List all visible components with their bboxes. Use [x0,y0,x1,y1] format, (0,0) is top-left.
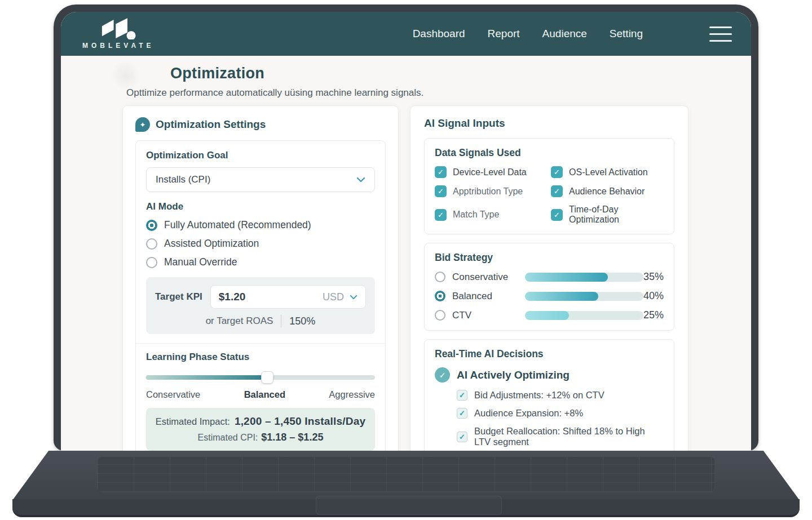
checkbox-icon: ✓ [457,408,467,419]
nav-item-dashboard[interactable]: Dashboard [413,28,465,40]
checkbox-icon: ✓ [551,209,563,221]
chevron-down-icon [356,177,365,183]
nav-item-setting[interactable]: Setting [610,28,643,40]
data-signals-box: Data Signals Used ✓ Device-Level Data ✓ … [424,138,674,234]
checkbox-icon: ✓ [551,166,563,178]
ai-status-text: AI Actively Optimizing [457,369,570,381]
target-kpi-value: $1.20 [219,291,317,303]
check-circle-icon: ✓ [435,367,450,383]
radio-manual-override[interactable]: Manual Override [146,256,375,268]
page-title: Optimization [170,65,751,82]
bid-option-conservative[interactable]: Conservative 35% [435,271,664,283]
checkbox-device-level-data[interactable]: ✓ Device-Level Data [435,166,545,178]
target-kpi-label: Target KPI [155,291,202,303]
bid-percent: 25% [643,309,664,321]
radio-icon [146,257,157,268]
checkbox-icon: ✓ [457,390,467,401]
bid-strategy-title: Bid Strategy [435,252,664,264]
nav-item-report[interactable]: Report [488,28,520,40]
navbar: MOBLEVATE Dashboard Report Audience Sett… [61,12,751,56]
radio-icon [435,272,445,282]
impact-value: 1,200 – 1,450 Installs/Day [235,415,365,427]
brand-name: MOBLEVATE [82,42,155,50]
laptop-screen-bezel: MOBLEVATE Dashboard Report Audience Sett… [54,5,758,451]
laptop-keyboard [97,456,715,492]
settings-inner-box: Optimization Goal Installs (CPI) AI Mode… [135,140,386,451]
bid-percent: 40% [643,290,664,302]
checkbox-icon: ✓ [551,185,563,197]
roas-value: 150% [289,315,315,327]
target-kpi-input[interactable]: $1.20 USD [210,285,366,309]
settings-card-title: Optimization Settings [156,118,266,131]
nav-links: Dashboard Report Audience Setting [413,28,643,40]
learning-phase-label: Learning Phase Status [146,352,375,363]
slider-handle[interactable] [261,371,273,384]
radio-icon [435,310,445,321]
optimization-goal-value: Installs (CPI) [156,174,210,185]
signals-card-title: AI Signal Inputs [424,117,674,130]
divider [136,343,385,344]
checkbox-icon: ✓ [435,209,447,221]
radio-assisted-optimization[interactable]: Assisted Optimization [146,238,375,250]
optimization-goal-label: Optimization Goal [146,150,375,161]
ai-signal-inputs-card: AI Signal Inputs Data Signals Used ✓ Dev… [410,105,689,451]
tick-balanced[interactable]: Balanced [244,389,285,400]
laptop-trackpad [316,496,502,515]
tick-aggressive[interactable]: Aggressive [329,389,375,400]
page-header: Optimization Opttimize performance autom… [61,56,751,99]
bid-option-ctv[interactable]: CTV 25% [435,309,664,321]
tick-conservative[interactable]: Conservative [146,389,200,400]
checkbox-icon: ✓ [435,166,447,178]
divider [281,315,281,327]
checkbox-audience-behavior[interactable]: ✓ Audience Behavior [551,185,664,197]
realtime-decisions-box: Real-Time AI Decisions ✓ AI Actively Opt… [424,339,674,451]
ai-mode-label: AI Mode [146,201,375,212]
checkbox-icon: ✓ [435,185,447,197]
laptop-bottom-edge [12,499,800,517]
checkbox-match-type[interactable]: ✓ Match Type [435,205,545,225]
decorative-circle [111,60,141,91]
learning-phase-slider[interactable] [146,371,375,384]
progress-bar [525,311,643,320]
progress-bar [525,273,643,282]
bid-percent: 35% [643,271,664,283]
checkbox-os-level-activation[interactable]: ✓ OS-Level Activation [551,166,664,178]
checkbox-apptribution-type[interactable]: ✓ Apptribution Type [435,185,545,197]
roas-label: or Target ROAS [206,315,273,327]
radio-icon [435,291,445,301]
data-signals-title: Data Signals Used [435,147,664,159]
checkbox-icon: ✓ [457,432,467,442]
cpi-label: Estimated CPI: [198,433,258,442]
target-kpi-box: Target KPI $1.20 USD or Target ROAS [146,277,375,334]
decision-audience-expansion[interactable]: ✓ Audience Expansion: +8% [457,408,664,419]
chevron-down-icon[interactable] [350,295,358,300]
estimated-impact-box: Estimated Impact:1,200 – 1,450 Installs/… [146,408,375,451]
laptop-base [12,451,800,500]
progress-bar [525,292,643,301]
currency-label: USD [323,291,344,303]
radio-fully-automated[interactable]: Fully Automated (Recommended) [146,219,375,231]
impact-label: Estimated Impact: [156,416,230,426]
page-subtitle: Opttimize performance automatically uüsi… [126,87,751,99]
hamburger-menu-icon[interactable] [709,26,732,42]
page: MOBLEVATE Dashboard Report Audience Sett… [0,0,812,520]
cpi-value: $1.18 – $1.25 [261,432,323,443]
optimization-goal-select[interactable]: Installs (CPI) [146,167,375,192]
sparkle-bubble-icon: ✦ [135,117,150,132]
decision-budget-reallocation[interactable]: ✓ Budget Reallocation: Shifted 18% to Hi… [457,426,664,447]
moblevate-logo-icon [101,18,136,39]
nav-item-audience[interactable]: Audience [542,28,587,40]
brand-logo[interactable]: MOBLEVATE [82,18,155,50]
screen-content: MOBLEVATE Dashboard Report Audience Sett… [61,12,751,451]
decision-bid-adjustments[interactable]: ✓ Bid Adjustments: +12% on CTV [457,390,664,401]
bid-strategy-box: Bid Strategy Conservative 35% Balanced [424,243,674,331]
radio-icon [146,238,157,250]
bid-option-balanced[interactable]: Balanced 40% [435,290,664,302]
realtime-title: Real-Time AI Decisions [435,348,664,360]
slider-fill [146,375,267,380]
radio-icon [146,220,157,231]
optimization-settings-card: ✦ Optimization Settings Optimization Goa… [122,105,399,451]
checkbox-time-of-day-optimization[interactable]: ✓ Time-of-Day Optimization [551,205,664,225]
